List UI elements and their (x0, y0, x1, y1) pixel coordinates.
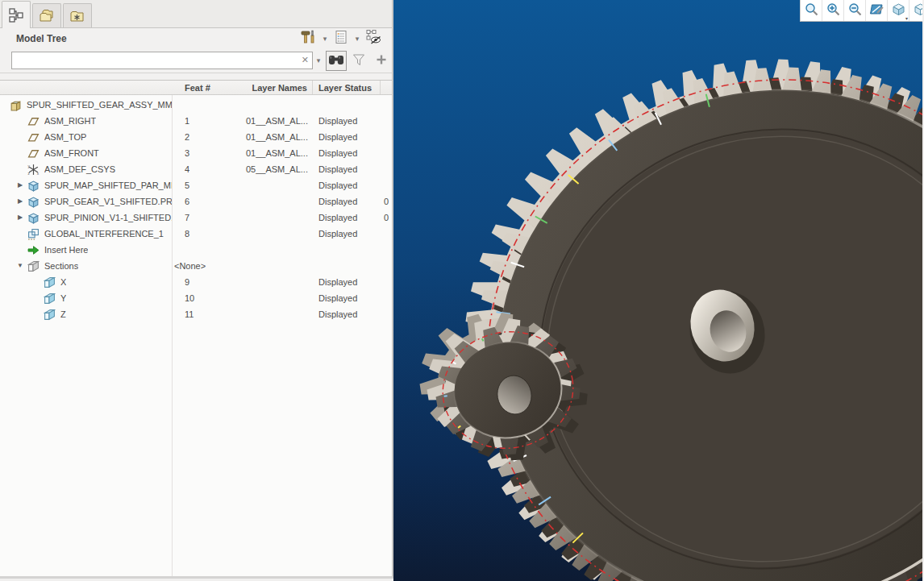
col-header-layer-names[interactable]: Layer Names (242, 81, 313, 94)
tree-item[interactable]: SPUR_SHIFTED_GEAR_ASSY_MM.ASM (0, 97, 172, 113)
tree-item-label: ASM_DEF_CSYS (44, 161, 115, 177)
3d-scene[interactable] (393, 0, 922, 581)
feat-cell (172, 97, 242, 113)
repaint-button[interactable] (866, 0, 888, 21)
section-icon (44, 276, 56, 288)
filter-button[interactable] (348, 51, 369, 71)
clear-search-icon[interactable]: ✕ (302, 55, 309, 65)
col-header-name (0, 81, 172, 94)
tree-item[interactable]: X (0, 274, 172, 290)
tree-item[interactable]: GLOBAL_INTERFERENCE_1 (0, 226, 172, 242)
tree-row[interactable]: ▶SPUR_GEAR_V1_SHIFTED.PRT6Displayed0 (0, 193, 392, 210)
column-divider (172, 81, 173, 576)
names-cell: 01__ASM_AL... (242, 129, 313, 145)
zoom-in-button[interactable] (822, 0, 844, 21)
names-cell (242, 274, 313, 290)
extra-cell (381, 177, 392, 193)
tree-row[interactable]: SPUR_SHIFTED_GEAR_ASSY_MM.ASM (0, 97, 392, 113)
tree-item[interactable]: Insert Here (0, 242, 172, 258)
collapse-arrow-icon[interactable]: ▼ (13, 258, 27, 274)
datum-plane-icon (27, 115, 40, 127)
tree-column-header: Feat # Layer Names Layer Status (0, 81, 392, 95)
tree-row[interactable]: Insert Here (0, 242, 392, 258)
tab-model-tree[interactable] (2, 1, 31, 28)
tab-favorites[interactable] (63, 3, 92, 27)
tree-row[interactable]: X9Displayed (0, 274, 392, 290)
tree-item[interactable]: yxzASM_DEF_CSYS (0, 161, 172, 177)
tree-item[interactable]: ASM_TOP (0, 129, 172, 145)
repaint-icon (869, 2, 884, 19)
col-header-feat[interactable]: Feat # (172, 81, 242, 94)
status-cell: Displayed (313, 161, 381, 177)
magnifier-icon (804, 2, 819, 19)
col-header-layer-status[interactable]: Layer Status (313, 81, 381, 94)
add-button[interactable] (371, 51, 392, 71)
feat-cell: 1 (172, 113, 242, 129)
saved-orientations-button[interactable] (909, 0, 922, 21)
tab-folder-browser[interactable] (32, 3, 61, 27)
names-cell (242, 193, 313, 210)
tree-item[interactable]: ▶SPUR_MAP_SHIFTED_PAR_MM.PRT (0, 177, 172, 193)
tree-row[interactable]: ▶SPUR_MAP_SHIFTED_PAR_MM.PRT5Displayed (0, 177, 392, 193)
svg-text:x: x (37, 172, 40, 176)
names-cell (242, 177, 313, 193)
tree-row[interactable]: GLOBAL_INTERFERENCE_18Displayed (0, 226, 392, 242)
part-icon (27, 212, 40, 224)
tree-filters-button[interactable] (298, 29, 319, 48)
tree-item[interactable]: Y (0, 290, 172, 306)
tree-item-label: SPUR_SHIFTED_GEAR_ASSY_MM.ASM (27, 97, 172, 113)
expand-arrow-icon[interactable]: ▶ (13, 177, 27, 193)
names-cell: 01__ASM_AL... (242, 113, 313, 129)
zoom-out-button[interactable] (844, 0, 866, 21)
feat-cell: 5 (172, 177, 242, 193)
feat-cell: 3 (172, 145, 242, 161)
tree-item[interactable]: Z (0, 306, 172, 322)
magnifier-plus-icon (826, 2, 841, 19)
tree-item-label: X (60, 274, 66, 290)
tree-item[interactable]: ▼Sections (0, 258, 172, 274)
tree-row[interactable]: ASM_RIGHT101__ASM_AL...Displayed (0, 113, 392, 129)
feat-cell: 9 (172, 274, 242, 290)
graphics-area[interactable]: ▾ (393, 0, 922, 581)
tree-filters-caret[interactable]: ▾ (319, 35, 331, 43)
cube-partial-icon (913, 2, 923, 19)
names-cell (242, 306, 313, 322)
svg-text:y: y (28, 164, 31, 168)
tree-item[interactable]: ▶SPUR_GEAR_V1_SHIFTED.PRT (0, 193, 172, 210)
tree-row[interactable]: yxzASM_DEF_CSYS405__ASM_AL...Displayed (0, 161, 392, 177)
zoom-fit-button[interactable] (801, 0, 822, 21)
tree-item-label: SPUR_PINION_V1-1_SHIFTED.PRT (44, 210, 172, 226)
tree-row[interactable]: Z11Displayed (0, 306, 392, 322)
search-options-caret[interactable]: ▾ (313, 56, 324, 64)
expand-arrow-icon[interactable]: ▶ (13, 210, 27, 226)
status-cell: Displayed (313, 226, 381, 242)
status-cell: Displayed (313, 113, 381, 129)
tree-item[interactable]: ASM_RIGHT (0, 113, 172, 129)
plus-icon (376, 54, 387, 68)
tree-row[interactable]: ▶SPUR_PINION_V1-1_SHIFTED.PRT7Displayed0 (0, 210, 392, 226)
tree-settings-caret[interactable]: ▾ (352, 35, 363, 43)
tree-item-label: SPUR_MAP_SHIFTED_PAR_MM.PRT (44, 177, 172, 193)
feat-cell: 6 (172, 193, 242, 210)
settings-list-icon (334, 30, 348, 47)
expand-arrow-icon[interactable]: ▶ (13, 193, 27, 210)
datum-plane-icon (27, 147, 40, 160)
tree-settings-button[interactable] (331, 29, 352, 48)
extra-cell (381, 113, 392, 129)
status-cell (313, 258, 381, 274)
tree-item[interactable]: ASM_FRONT (0, 145, 172, 161)
tree-row[interactable]: Y10Displayed (0, 290, 392, 306)
tree-item[interactable]: ▶SPUR_PINION_V1-1_SHIFTED.PRT (0, 210, 172, 226)
extra-cell: 0 (381, 193, 392, 210)
show-tree-button[interactable] (363, 29, 384, 48)
feat-cell: 4 (172, 161, 242, 177)
tree-row[interactable]: ▼Sections<None> (0, 258, 392, 274)
tree-row[interactable]: ASM_FRONT301__ASM_AL...Displayed (0, 145, 392, 161)
find-button[interactable] (326, 51, 347, 71)
names-cell (242, 210, 313, 226)
tree-row[interactable]: ASM_TOP201__ASM_AL...Displayed (0, 129, 392, 145)
search-box: ✕ (11, 52, 313, 69)
display-style-button[interactable]: ▾ (888, 0, 909, 21)
tree-search-input[interactable] (11, 52, 313, 69)
feat-cell: 8 (172, 226, 242, 242)
